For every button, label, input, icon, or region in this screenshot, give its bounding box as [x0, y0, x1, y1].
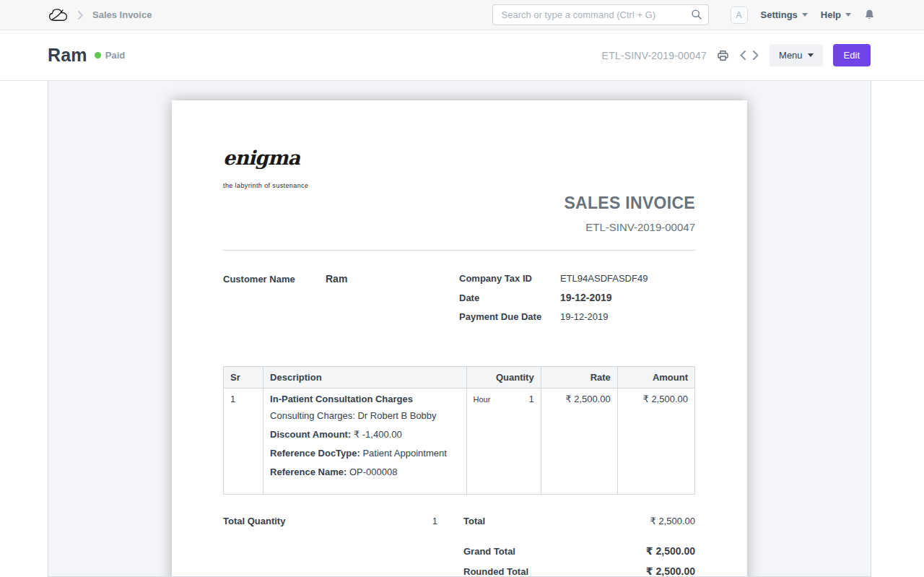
total-quantity-label: Total Quantity — [223, 516, 285, 526]
menu-button-label: Menu — [779, 50, 803, 61]
description-line: Discount Amount: ₹ -1,400.00 — [270, 428, 459, 442]
item-name: In-Patient Consultation Charges — [270, 394, 459, 404]
items-table-header: Sr Description Quantity Rate Amount — [224, 367, 695, 389]
edit-button-label: Edit — [844, 50, 860, 61]
edit-button[interactable]: Edit — [833, 44, 871, 66]
description-line: Consulting Charges: Dr Robert B Bobby — [270, 409, 459, 423]
document-id: ETL-SINV-2019-00047 — [602, 50, 707, 61]
help-label: Help — [821, 9, 841, 20]
company-tax-id-field: Company Tax ID ETL94ASDFASDF49 — [459, 273, 695, 284]
date-value: 19-12-2019 — [560, 292, 612, 303]
invoice-title: SALES INVOICE — [223, 194, 695, 213]
total-quantity-row: Total Quantity 1 — [223, 516, 459, 577]
page-header: Ram Paid ETL-SINV-2019-00047 Menu — [0, 30, 924, 81]
chevron-down-icon — [802, 13, 808, 17]
status-dot-icon — [95, 52, 101, 58]
chevron-down-icon — [845, 13, 851, 17]
description-line: Reference Name: OP-000008 — [270, 466, 459, 480]
cell-amount: ₹ 2,500.00 — [617, 389, 694, 495]
divider — [223, 250, 695, 251]
invoice-number: ETL-SINV-2019-00047 — [223, 221, 695, 233]
search-input[interactable] — [492, 4, 709, 25]
settings-menu[interactable]: Settings — [761, 9, 808, 20]
header-quantity: Quantity — [466, 367, 541, 389]
breadcrumb-sales-invoice[interactable]: Sales Invoice — [92, 9, 152, 20]
customer-name-label: Customer Name — [223, 274, 326, 285]
rounded-total-row: Rounded Total ₹ 2,500.00 — [463, 565, 695, 577]
top-navbar: Sales Invoice A Settings Help — [0, 0, 924, 30]
company-logo: enigma — [223, 148, 695, 168]
items-table: Sr Description Quantity Rate Amount 1 In… — [223, 366, 695, 495]
company-tagline: the labyrinth of sustenance — [223, 182, 695, 189]
grand-total-row: Grand Total ₹ 2,500.00 — [463, 545, 695, 557]
avatar[interactable]: A — [731, 6, 748, 24]
invoice-fields: Customer Name Ram Company Tax ID ETL94AS… — [223, 273, 695, 330]
navbar-actions: A Settings Help — [492, 4, 875, 25]
breadcrumb: Sales Invoice — [48, 6, 152, 24]
total-label: Total — [463, 516, 560, 526]
header-description: Description — [263, 367, 466, 389]
company-tax-id-label: Company Tax ID — [459, 273, 560, 284]
uom-label: Hour — [474, 395, 491, 404]
payment-due-date-field: Payment Due Date 19-12-2019 — [459, 311, 695, 322]
next-document-button[interactable] — [752, 50, 759, 61]
search-icon[interactable] — [691, 9, 702, 23]
rounded-total-label: Rounded Total — [463, 566, 560, 577]
breadcrumb-chevron-icon — [77, 10, 84, 20]
print-preview-area: enigma the labyrinth of sustenance SALES… — [48, 81, 871, 577]
grand-total-label: Grand Total — [463, 546, 560, 557]
total-row: Total ₹ 2,500.00 — [463, 516, 695, 526]
cell-quantity: Hour 1 — [466, 389, 541, 495]
help-menu[interactable]: Help — [821, 9, 851, 20]
status-badge: Paid — [95, 50, 125, 61]
menu-button[interactable]: Menu — [770, 44, 823, 66]
quantity-value: 1 — [528, 394, 533, 404]
cell-sr: 1 — [224, 389, 263, 495]
customer-name-value: Ram — [326, 273, 347, 285]
header-amount: Amount — [617, 367, 694, 389]
rounded-total-value: ₹ 2,500.00 — [560, 565, 695, 577]
cell-description: In-Patient Consultation Charges Consulti… — [263, 389, 466, 495]
total-quantity-value: 1 — [432, 516, 437, 526]
cell-rate: ₹ 2,500.00 — [541, 389, 617, 495]
date-label: Date — [459, 292, 560, 303]
total-value: ₹ 2,500.00 — [560, 516, 695, 526]
global-search — [492, 4, 709, 25]
letterhead: enigma the labyrinth of sustenance — [223, 148, 695, 189]
customer-name-field: Customer Name Ram — [223, 273, 459, 285]
invoice-sheet: enigma the labyrinth of sustenance SALES… — [172, 100, 747, 577]
notification-bell-icon[interactable] — [864, 9, 875, 21]
print-button[interactable] — [717, 50, 729, 61]
company-tax-id-value: ETL94ASDFASDF49 — [560, 273, 648, 284]
totals-section: Total Quantity 1 Total ₹ 2,500.00 Grand … — [223, 516, 695, 577]
description-line: Reference DocType: Patient Appointment — [270, 447, 459, 461]
status-label: Paid — [105, 50, 125, 61]
payment-due-date-value: 19-12-2019 — [560, 311, 609, 322]
grand-total-value: ₹ 2,500.00 — [560, 545, 695, 557]
settings-label: Settings — [761, 9, 798, 20]
app-logo-icon[interactable] — [48, 6, 69, 24]
date-field: Date 19-12-2019 — [459, 292, 695, 303]
payment-due-date-label: Payment Due Date — [459, 311, 560, 322]
table-row: 1 In-Patient Consultation Charges Consul… — [224, 389, 695, 495]
prev-document-button[interactable] — [739, 50, 746, 61]
chevron-down-icon — [808, 53, 814, 57]
page-title: Ram — [48, 45, 87, 66]
header-rate: Rate — [541, 367, 617, 389]
header-sr: Sr — [224, 367, 263, 389]
